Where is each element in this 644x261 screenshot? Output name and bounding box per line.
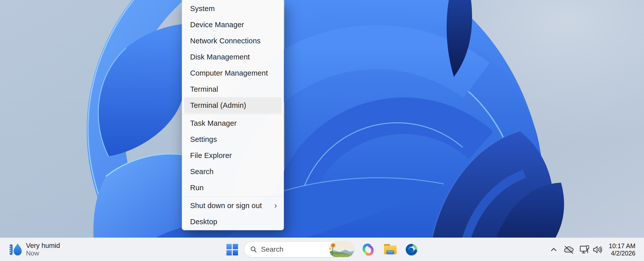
clock-date: 4/2/2026 bbox=[605, 250, 635, 257]
tray-show-hidden-icons-button[interactable] bbox=[549, 238, 559, 261]
menu-item-desktop[interactable]: Desktop bbox=[184, 214, 282, 230]
menu-item-system[interactable]: System bbox=[184, 1, 282, 17]
bing-daily-image[interactable] bbox=[329, 242, 354, 257]
menu-item-search[interactable]: Search bbox=[184, 164, 282, 180]
weather-when: Now bbox=[26, 250, 60, 257]
menu-item-settings[interactable]: Settings bbox=[184, 131, 282, 147]
bloom-wallpaper-graphic bbox=[0, 0, 644, 261]
desktop-wallpaper[interactable] bbox=[0, 0, 644, 261]
network-ethernet-icon bbox=[580, 245, 590, 254]
copilot-icon bbox=[362, 244, 374, 256]
start-button[interactable] bbox=[222, 238, 242, 261]
menu-separator bbox=[182, 197, 284, 197]
windows-logo-icon bbox=[226, 244, 238, 255]
file-explorer-button[interactable] bbox=[383, 238, 398, 261]
tray-onedrive-button[interactable] bbox=[562, 238, 575, 261]
edge-icon bbox=[405, 243, 418, 256]
menu-item-run[interactable]: Run bbox=[184, 180, 282, 196]
volume-icon bbox=[593, 245, 603, 254]
file-explorer-icon bbox=[384, 244, 397, 255]
edge-button[interactable] bbox=[404, 238, 419, 261]
menu-item-terminal[interactable]: Terminal bbox=[184, 81, 282, 97]
menu-separator bbox=[182, 114, 284, 114]
tray-clock[interactable]: 10:17 AM 4/2/2026 bbox=[605, 238, 635, 261]
search-placeholder: Search bbox=[261, 245, 329, 253]
weather-widget[interactable]: Very humid Now bbox=[7, 238, 63, 261]
winx-context-menu: System Device Manager Network Connection… bbox=[182, 0, 284, 230]
taskbar: Very humid Now bbox=[0, 238, 644, 261]
weather-condition: Very humid bbox=[26, 242, 60, 250]
weather-thermometer-drop-icon bbox=[9, 243, 22, 256]
cloud-offline-icon bbox=[564, 245, 574, 254]
menu-item-shut-down-or-sign-out[interactable]: Shut down or sign out › bbox=[184, 198, 282, 214]
menu-item-task-manager[interactable]: Task Manager bbox=[184, 115, 282, 131]
menu-item-computer-management[interactable]: Computer Management bbox=[184, 65, 282, 81]
clock-time: 10:17 AM bbox=[605, 242, 635, 250]
chevron-up-icon bbox=[550, 247, 557, 252]
menu-item-network-connections[interactable]: Network Connections bbox=[184, 33, 282, 49]
tray-network-button[interactable] bbox=[578, 238, 592, 261]
menu-item-file-explorer[interactable]: File Explorer bbox=[184, 147, 282, 164]
tray-volume-button[interactable] bbox=[591, 238, 604, 261]
submenu-chevron-right-icon: › bbox=[274, 201, 277, 210]
menu-item-terminal-admin[interactable]: Terminal (Admin) bbox=[184, 97, 282, 113]
copilot-button[interactable] bbox=[361, 238, 375, 261]
windows-desktop: System Device Manager Network Connection… bbox=[0, 0, 644, 261]
search-magnifier-icon bbox=[250, 246, 257, 253]
taskbar-search-box[interactable]: Search bbox=[244, 242, 354, 257]
menu-item-disk-management[interactable]: Disk Management bbox=[184, 49, 282, 65]
menu-item-device-manager[interactable]: Device Manager bbox=[184, 17, 282, 33]
